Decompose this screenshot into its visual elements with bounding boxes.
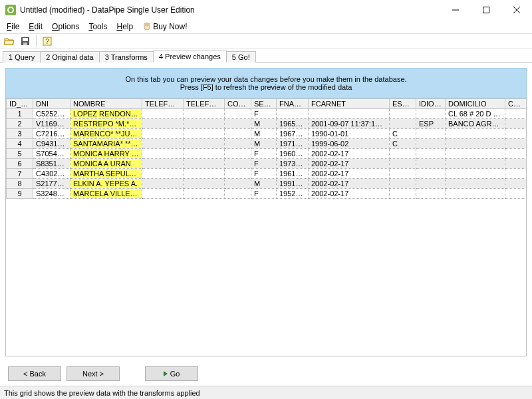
- next-button[interactable]: Next >: [66, 366, 120, 381]
- cell[interactable]: F: [251, 189, 277, 199]
- cell[interactable]: 1961-1...: [277, 169, 309, 179]
- table-row[interactable]: 3C72160103MARENCO* **JULIOM1967-1...1990…: [7, 129, 527, 139]
- tab-original-data[interactable]: 2 Original data: [40, 51, 100, 63]
- cell[interactable]: C43028837: [33, 169, 70, 179]
- col-header[interactable]: CDPO: [505, 99, 527, 109]
- cell[interactable]: [505, 119, 527, 129]
- col-header[interactable]: ID_F...: [7, 99, 33, 109]
- cell[interactable]: [184, 149, 225, 159]
- col-header[interactable]: CODP...: [225, 99, 251, 109]
- cell[interactable]: ELKIN A. YEPES A.: [70, 179, 142, 189]
- cell[interactable]: [390, 179, 416, 189]
- cell[interactable]: [225, 159, 251, 169]
- cell[interactable]: RESTREPO *M.**ADIEL: [70, 119, 142, 129]
- table-row[interactable]: 8S217794...ELKIN A. YEPES A.M1991-0...20…: [7, 179, 527, 189]
- cell[interactable]: C: [390, 129, 416, 139]
- cell[interactable]: M: [251, 129, 277, 139]
- table-row[interactable]: 7C43028837MARTHA SEPULVEDAF1961-1...2002…: [7, 169, 527, 179]
- cell[interactable]: [505, 169, 527, 179]
- cell[interactable]: [390, 109, 416, 119]
- col-header[interactable]: NOMBRE: [70, 99, 142, 109]
- cell[interactable]: [416, 109, 446, 119]
- cell[interactable]: [142, 189, 184, 199]
- cell[interactable]: 2002-02-17: [309, 169, 390, 179]
- cell[interactable]: 1967-1...: [277, 129, 309, 139]
- cell[interactable]: [225, 119, 251, 129]
- cell[interactable]: 1973-0...: [277, 159, 309, 169]
- cell[interactable]: [225, 129, 251, 139]
- cell[interactable]: [505, 149, 527, 159]
- cell[interactable]: [416, 139, 446, 149]
- col-header[interactable]: DNI: [33, 99, 70, 109]
- tab-query[interactable]: 1 Query: [3, 51, 41, 63]
- cell[interactable]: 1990-01-01: [309, 129, 390, 139]
- cell[interactable]: [184, 119, 225, 129]
- cell[interactable]: [142, 129, 184, 139]
- cell[interactable]: MONICA HARRY JARAM...: [70, 149, 142, 159]
- save-button[interactable]: [19, 35, 32, 48]
- cell[interactable]: [184, 159, 225, 169]
- cell[interactable]: S705453...: [33, 149, 70, 159]
- cell[interactable]: [277, 109, 309, 119]
- cell[interactable]: S835120...: [33, 159, 70, 169]
- cell[interactable]: 1960-0...: [277, 149, 309, 159]
- cell[interactable]: [142, 179, 184, 189]
- table-row[interactable]: 2V116976...RESTREPO *M.**ADIELM1965-0...…: [7, 119, 527, 129]
- cell[interactable]: [390, 159, 416, 169]
- cell[interactable]: [142, 149, 184, 159]
- col-header[interactable]: TELEFONOT...: [184, 99, 225, 109]
- cell[interactable]: [225, 149, 251, 159]
- tab-go[interactable]: 5 Go!: [226, 51, 256, 63]
- cell[interactable]: C94310204: [33, 139, 70, 149]
- cell[interactable]: [225, 189, 251, 199]
- cell[interactable]: [446, 179, 505, 189]
- cell[interactable]: [416, 169, 446, 179]
- cell[interactable]: [225, 179, 251, 189]
- menu-edit[interactable]: Edit: [25, 21, 47, 32]
- col-header[interactable]: SEXO: [251, 99, 277, 109]
- menu-file[interactable]: File: [3, 21, 23, 32]
- cell[interactable]: 1991-0...: [277, 179, 309, 189]
- cell[interactable]: [505, 129, 527, 139]
- col-header[interactable]: ESTA...: [390, 99, 416, 109]
- cell[interactable]: [505, 189, 527, 199]
- cell[interactable]: C52528144: [33, 109, 70, 119]
- cell[interactable]: BANCO AGRARIO: [446, 119, 505, 129]
- menu-buy-now[interactable]: Buy Now!: [138, 21, 191, 33]
- cell[interactable]: 1952-0...: [277, 189, 309, 199]
- cell[interactable]: C72160103: [33, 129, 70, 139]
- cell[interactable]: M: [251, 139, 277, 149]
- col-header[interactable]: IDIOMA: [416, 99, 446, 109]
- minimize-button[interactable]: [440, 0, 471, 20]
- cell[interactable]: CL 68 # 20 D - 31 ...: [446, 109, 505, 119]
- data-grid[interactable]: ID_F...DNINOMBRETELEFONOP...TELEFONOT...…: [5, 98, 527, 356]
- cell[interactable]: [416, 159, 446, 169]
- table-row[interactable]: 6S835120...MONICA A URANF1973-0...2002-0…: [7, 159, 527, 169]
- back-button[interactable]: < Back: [8, 366, 61, 381]
- cell[interactable]: [390, 119, 416, 129]
- cell[interactable]: 2002-02-17: [309, 189, 390, 199]
- cell[interactable]: LOPEZ RENDON NANCY ...: [70, 109, 142, 119]
- cell[interactable]: [184, 109, 225, 119]
- menu-tools[interactable]: Tools: [84, 21, 111, 32]
- cell[interactable]: [142, 119, 184, 129]
- cell[interactable]: [142, 139, 184, 149]
- cell[interactable]: [416, 129, 446, 139]
- cell[interactable]: 2001-09-07 11:37:19 ...: [309, 119, 390, 129]
- cell[interactable]: V116976...: [33, 119, 70, 129]
- cell[interactable]: [446, 189, 505, 199]
- cell[interactable]: [225, 139, 251, 149]
- maximize-button[interactable]: [471, 0, 501, 20]
- cell[interactable]: MARCELA VILLEGAS A: [70, 189, 142, 199]
- cell[interactable]: F: [251, 149, 277, 159]
- menu-help[interactable]: Help: [112, 21, 137, 32]
- cell[interactable]: [184, 189, 225, 199]
- cell[interactable]: M: [251, 179, 277, 189]
- cell[interactable]: F: [251, 159, 277, 169]
- cell[interactable]: 1999-06-02: [309, 139, 390, 149]
- cell[interactable]: 1965-0...: [277, 119, 309, 129]
- cell[interactable]: MARENCO* **JULIO: [70, 129, 142, 139]
- cell[interactable]: MARTHA SEPULVEDA: [70, 169, 142, 179]
- cell[interactable]: [505, 159, 527, 169]
- cell[interactable]: SANTAMARIA* **NICA...: [70, 139, 142, 149]
